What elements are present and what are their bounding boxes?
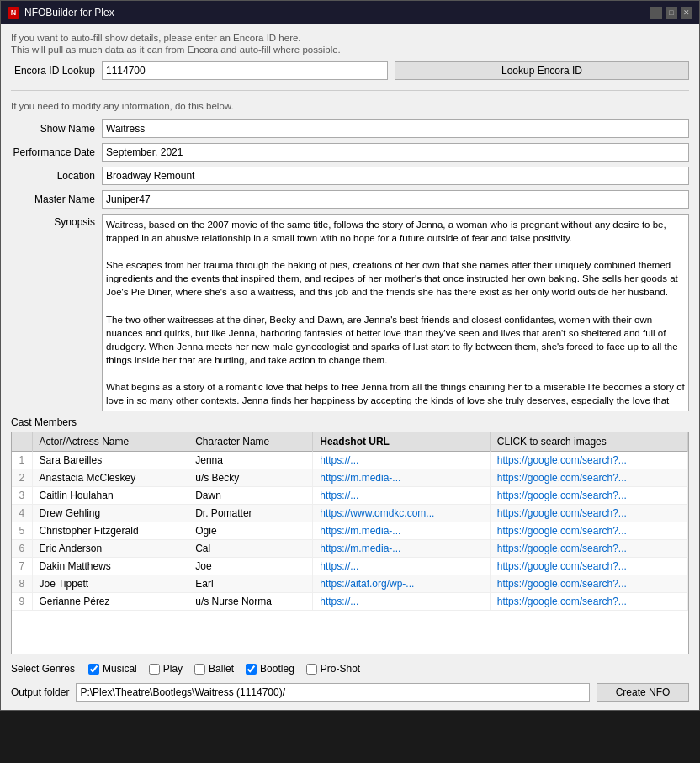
output-folder-input[interactable] [76, 683, 590, 702]
table-row[interactable]: 9 Gerianne Pérez u/s Nurse Norma https:/… [12, 593, 688, 611]
table-row[interactable]: 5 Christopher Fitzgerald Ogie https://m.… [12, 522, 688, 540]
cast-headshot[interactable]: https://aitaf.org/wp-... [313, 575, 490, 593]
cast-character: Joe [188, 558, 313, 575]
location-input[interactable] [102, 167, 689, 185]
cast-col-num [12, 432, 32, 452]
cast-num: 9 [12, 593, 32, 611]
table-row[interactable]: 1 Sara Bareilles Jenna https://... https… [12, 452, 688, 469]
title-bar-controls: ─ □ ✕ [650, 7, 692, 19]
table-row[interactable]: 7 Dakin Matthews Joe https://... https:/… [12, 558, 688, 575]
lookup-encora-button[interactable]: Lookup Encora ID [395, 61, 689, 80]
cast-character: Cal [188, 540, 313, 558]
cast-table-wrapper[interactable]: Actor/Actress Name Character Name Headsh… [11, 432, 689, 654]
cast-actor: Sara Bareilles [32, 452, 188, 469]
cast-num: 4 [12, 505, 32, 522]
cast-num: 2 [12, 469, 32, 487]
genres-row: Select Genres MusicalPlayBalletBootlegPr… [11, 663, 689, 675]
cast-headshot[interactable]: https://www.omdkc.com... [313, 505, 490, 522]
genre-item: Play [149, 663, 183, 675]
encora-info1: If you want to auto-fill show details, p… [11, 33, 689, 43]
genre-item: Pro-Shot [306, 663, 360, 675]
cast-actor: Caitlin Houlahan [32, 487, 188, 505]
synopsis-textarea[interactable] [102, 214, 689, 411]
location-row: Location [11, 167, 689, 185]
window-title: NFOBuilder for Plex [24, 7, 114, 19]
cast-headshot[interactable]: https://m.media-... [313, 469, 490, 487]
performance-date-row: Performance Date [11, 143, 689, 162]
encora-info2: This will pull as much data as it can fr… [11, 45, 689, 55]
cast-actor: Anastacia McCleskey [32, 469, 188, 487]
cast-section: Cast Members Actor/Actress Name Characte… [11, 416, 689, 654]
maximize-button[interactable]: □ [666, 7, 677, 19]
cast-actor: Dakin Matthews [32, 558, 188, 575]
cast-search[interactable]: https://google.com/search?... [490, 558, 687, 575]
genre-label-ballet: Ballet [209, 663, 234, 675]
cast-search[interactable]: https://google.com/search?... [490, 487, 687, 505]
genre-checkbox-play[interactable] [149, 664, 160, 675]
cast-num: 6 [12, 540, 32, 558]
master-name-row: Master Name [11, 190, 689, 209]
table-row[interactable]: 3 Caitlin Houlahan Dawn https://... http… [12, 487, 688, 505]
table-row[interactable]: 4 Drew Gehling Dr. Pomatter https://www.… [12, 505, 688, 522]
encora-id-input[interactable] [102, 61, 388, 80]
genre-checkbox-bootleg[interactable] [246, 664, 257, 675]
encora-id-label: Encora ID Lookup [11, 65, 95, 77]
master-name-label: Master Name [11, 193, 95, 205]
performance-date-input[interactable] [102, 143, 689, 162]
output-row: Output folder Create NFO [11, 683, 689, 702]
location-label: Location [11, 170, 95, 182]
cast-search[interactable]: https://google.com/search?... [490, 522, 687, 540]
synopsis-row: Synopsis [11, 214, 689, 411]
cast-num: 8 [12, 575, 32, 593]
genre-label-musical: Musical [103, 663, 137, 675]
cast-search[interactable]: https://google.com/search?... [490, 452, 687, 469]
cast-headshot[interactable]: https://... [313, 593, 490, 611]
genre-label-pro-shot: Pro-Shot [321, 663, 360, 675]
main-window: N NFOBuilder for Plex ─ □ ✕ If you want … [0, 0, 700, 711]
table-row[interactable]: 8 Joe Tippett Earl https://aitaf.org/wp-… [12, 575, 688, 593]
cast-search[interactable]: https://google.com/search?... [490, 593, 687, 611]
cast-character: u/s Nurse Norma [188, 593, 313, 611]
cast-actor: Drew Gehling [32, 505, 188, 522]
cast-header-row: Actor/Actress Name Character Name Headsh… [12, 432, 688, 452]
cast-headshot[interactable]: https://m.media-... [313, 540, 490, 558]
genre-label-play: Play [163, 663, 183, 675]
cast-actor: Eric Anderson [32, 540, 188, 558]
encora-section: If you want to auto-fill show details, p… [11, 33, 689, 56]
minimize-button[interactable]: ─ [650, 7, 662, 19]
show-name-row: Show Name [11, 119, 689, 138]
cast-character: u/s Becky [188, 469, 313, 487]
table-row[interactable]: 2 Anastacia McCleskey u/s Becky https://… [12, 469, 688, 487]
cast-search[interactable]: https://google.com/search?... [490, 469, 687, 487]
genres-label: Select Genres [11, 663, 75, 675]
cast-character: Dawn [188, 487, 313, 505]
cast-search[interactable]: https://google.com/search?... [490, 505, 687, 522]
title-bar: N NFOBuilder for Plex ─ □ ✕ [1, 1, 699, 24]
cast-num: 1 [12, 452, 32, 469]
cast-table: Actor/Actress Name Character Name Headsh… [12, 432, 688, 611]
cast-actor: Joe Tippett [32, 575, 188, 593]
app-icon: N [8, 7, 19, 19]
genre-checkbox-musical[interactable] [88, 664, 99, 675]
cast-num: 3 [12, 487, 32, 505]
divider1 [11, 90, 689, 91]
genre-checkbox-pro-shot[interactable] [306, 664, 317, 675]
cast-headshot[interactable]: https://... [313, 558, 490, 575]
table-row[interactable]: 6 Eric Anderson Cal https://m.media-... … [12, 540, 688, 558]
cast-num: 7 [12, 558, 32, 575]
cast-num: 5 [12, 522, 32, 540]
cast-character: Jenna [188, 452, 313, 469]
show-name-input[interactable] [102, 119, 689, 138]
cast-search[interactable]: https://google.com/search?... [490, 575, 687, 593]
show-name-label: Show Name [11, 123, 95, 135]
cast-search[interactable]: https://google.com/search?... [490, 540, 687, 558]
close-button[interactable]: ✕ [681, 7, 692, 19]
cast-headshot[interactable]: https://... [313, 452, 490, 469]
genre-checkbox-ballet[interactable] [194, 664, 205, 675]
main-content: If you want to auto-fill show details, p… [1, 24, 699, 710]
cast-col-search: CLICK to search images [490, 432, 687, 452]
master-name-input[interactable] [102, 190, 689, 209]
cast-headshot[interactable]: https://... [313, 487, 490, 505]
create-nfo-button[interactable]: Create NFO [597, 683, 689, 702]
cast-headshot[interactable]: https://m.media-... [313, 522, 490, 540]
